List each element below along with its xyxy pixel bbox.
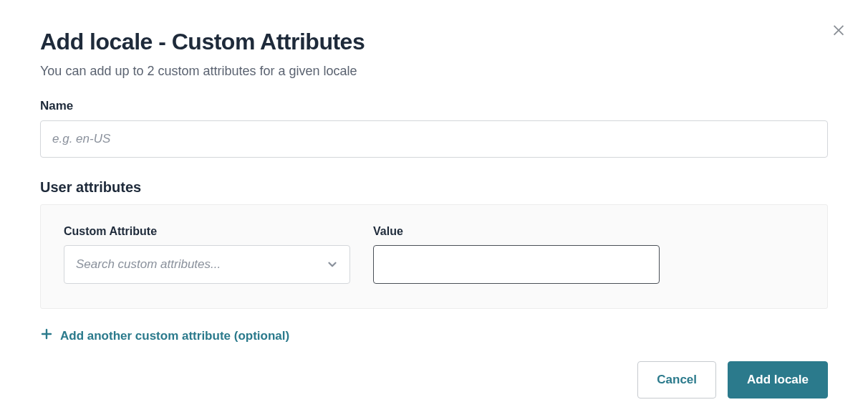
add-locale-modal: Add locale - Custom Attributes You can a… — [0, 0, 868, 420]
plus-icon — [40, 328, 53, 344]
custom-attribute-input[interactable] — [64, 245, 350, 284]
user-attributes-panel: Custom Attribute Value — [40, 204, 828, 309]
modal-footer: Cancel Add locale — [40, 361, 828, 398]
close-button[interactable] — [831, 22, 847, 40]
user-attributes-heading: User attributes — [40, 179, 828, 196]
add-locale-button[interactable]: Add locale — [728, 361, 828, 398]
add-attribute-label: Add another custom attribute (optional) — [60, 329, 289, 343]
add-attribute-link[interactable]: Add another custom attribute (optional) — [40, 328, 289, 344]
value-input[interactable] — [373, 245, 660, 284]
custom-attribute-column: Custom Attribute — [64, 225, 350, 284]
attribute-row: Custom Attribute Value — [64, 225, 804, 284]
cancel-button[interactable]: Cancel — [637, 361, 716, 398]
custom-attribute-label: Custom Attribute — [64, 225, 350, 238]
modal-subtitle: You can add up to 2 custom attributes fo… — [40, 64, 828, 79]
name-label: Name — [40, 99, 828, 113]
name-input[interactable] — [40, 120, 828, 158]
custom-attribute-select[interactable] — [64, 245, 350, 284]
value-column: Value — [373, 225, 660, 284]
modal-title: Add locale - Custom Attributes — [40, 29, 828, 55]
value-label: Value — [373, 225, 660, 238]
close-icon — [831, 27, 847, 39]
